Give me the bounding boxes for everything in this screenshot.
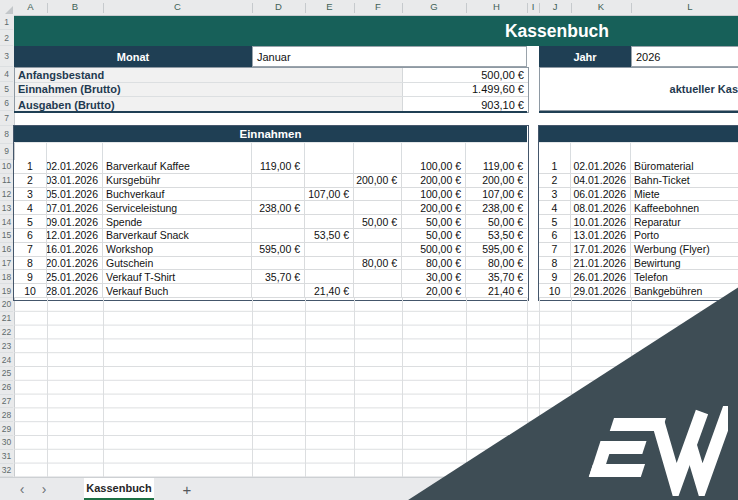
cell-vat7[interactable]: [305, 201, 354, 214]
row-number-12[interactable]: 12: [0, 188, 13, 202]
cell-nr[interactable]: 8: [14, 257, 47, 270]
cell-datum[interactable]: 02.01.2026: [571, 160, 631, 173]
row-number-30[interactable]: 30: [0, 436, 13, 450]
cell-brutto[interactable]: 50,00 €: [466, 215, 527, 228]
cell-beleg[interactable]: Buchverkauf: [103, 188, 252, 201]
summary-label[interactable]: Ausgaben (Brutto): [15, 97, 403, 112]
current-balance-cell[interactable]: aktueller Kas: [539, 67, 738, 111]
cell-vat19[interactable]: [252, 284, 305, 297]
title-banner-cell[interactable]: Kassenbuch: [14, 16, 738, 46]
column-letter-C[interactable]: C: [174, 1, 181, 12]
header-cell-netto[interactable]: Netto: [402, 143, 466, 160]
cell-brutto[interactable]: 200,00 €: [466, 174, 527, 187]
row-number-3[interactable]: 3: [0, 46, 13, 67]
cell-nr[interactable]: 5: [539, 215, 571, 228]
cell-beleg[interactable]: Spende: [103, 215, 252, 228]
cell-nr[interactable]: 6: [539, 229, 571, 242]
cell-beleg[interactable]: Bewirtung: [631, 257, 738, 270]
column-letter-D[interactable]: D: [275, 1, 282, 12]
column-letter-G[interactable]: G: [430, 1, 437, 12]
cell-netto[interactable]: 100,00 €: [402, 160, 466, 173]
cell-vat19[interactable]: [252, 188, 305, 201]
cell-vat7[interactable]: [305, 270, 354, 283]
cell-datum[interactable]: 10.01.2026: [571, 215, 631, 228]
cell-brutto[interactable]: 238,00 €: [466, 201, 527, 214]
cell-beleg[interactable]: Barverkauf Snack: [103, 229, 252, 242]
cell-nr[interactable]: 6: [14, 229, 47, 242]
cell-datum[interactable]: 08.01.2026: [571, 201, 631, 214]
summary-value[interactable]: 500,00 €: [403, 68, 528, 82]
cell-beleg[interactable]: Verkauf Buch: [103, 284, 252, 297]
cell-vat7[interactable]: 21,40 €: [305, 284, 354, 297]
month-header-cell[interactable]: Monat: [14, 46, 252, 67]
cell-vat19[interactable]: 119,00 €: [252, 160, 305, 173]
income-table-title[interactable]: Einnahmen: [14, 126, 527, 143]
cell-netto[interactable]: 50,00 €: [402, 229, 466, 242]
cell-datum[interactable]: 25.01.2026: [47, 270, 103, 283]
cell-vat0[interactable]: [354, 188, 402, 201]
column-letter-I[interactable]: I: [532, 1, 535, 12]
row-number-13[interactable]: 13: [0, 201, 13, 215]
year-value-cell[interactable]: 2026: [631, 46, 738, 67]
cell-nr[interactable]: 4: [539, 201, 571, 214]
cell-beleg[interactable]: Büromaterial: [631, 160, 738, 173]
cell-datum[interactable]: 06.01.2026: [571, 188, 631, 201]
cell-nr[interactable]: 4: [14, 201, 47, 214]
summary-value[interactable]: 903,10 €: [403, 97, 528, 112]
month-value-cell[interactable]: Januar: [252, 46, 527, 67]
column-letter-K[interactable]: K: [598, 1, 604, 12]
cell-nr[interactable]: 3: [539, 188, 571, 201]
cell-nr[interactable]: 7: [539, 243, 571, 256]
row-number-2[interactable]: 2: [0, 30, 13, 45]
cell-vat0[interactable]: [354, 270, 402, 283]
header-cell-nr[interactable]: Nr.: [539, 143, 571, 160]
cell-datum[interactable]: 29.01.2026: [571, 284, 631, 297]
cell-datum[interactable]: 16.01.2026: [47, 243, 103, 256]
cell-datum[interactable]: 05.01.2026: [47, 188, 103, 201]
cell-beleg[interactable]: Bahn-Ticket: [631, 174, 738, 187]
row-number-8[interactable]: 8: [0, 126, 13, 144]
cell-nr[interactable]: 9: [539, 270, 571, 283]
cell-nr[interactable]: 3: [14, 188, 47, 201]
cell-vat0[interactable]: [354, 160, 402, 173]
add-sheet-button[interactable]: +: [178, 479, 196, 499]
cell-netto[interactable]: 20,00 €: [402, 284, 466, 297]
row-number-26[interactable]: 26: [0, 381, 13, 395]
header-cell-nr[interactable]: Nr.: [14, 143, 47, 160]
cell-brutto[interactable]: 53,50 €: [466, 229, 527, 242]
year-header-cell[interactable]: Jahr: [539, 46, 631, 67]
cell-nr[interactable]: 8: [539, 257, 571, 270]
row-number-11[interactable]: 11: [0, 174, 13, 188]
cell-datum[interactable]: 13.01.2026: [571, 229, 631, 242]
row-number-1[interactable]: 1: [0, 15, 13, 30]
cell-vat0[interactable]: [354, 229, 402, 242]
cell-datum[interactable]: 20.01.2026: [47, 257, 103, 270]
cell-vat19[interactable]: 35,70 €: [252, 270, 305, 283]
summary-label[interactable]: Einnahmen (Brutto): [15, 83, 403, 97]
cell-nr[interactable]: 10: [539, 284, 571, 297]
cell-beleg[interactable]: Porto: [631, 229, 738, 242]
cell-nr[interactable]: 2: [539, 174, 571, 187]
row-number-19[interactable]: 19: [0, 284, 13, 298]
row-number-31[interactable]: 31: [0, 450, 13, 464]
expense-table-title[interactable]: [539, 126, 738, 143]
cell-datum[interactable]: 28.01.2026: [47, 284, 103, 297]
row-number-15[interactable]: 15: [0, 229, 13, 243]
cell-datum[interactable]: 26.01.2026: [571, 270, 631, 283]
column-letter-B[interactable]: B: [72, 1, 78, 12]
header-cell-datum[interactable]: Datum: [571, 143, 631, 160]
row-number-25[interactable]: 25: [0, 367, 13, 381]
cell-beleg[interactable]: Workshop: [103, 243, 252, 256]
cell-vat19[interactable]: [252, 174, 305, 187]
cell-vat19[interactable]: 238,00 €: [252, 201, 305, 214]
cell-netto[interactable]: 500,00 €: [402, 243, 466, 256]
cell-vat7[interactable]: [305, 243, 354, 256]
cell-beleg[interactable]: Kursgebühr: [103, 174, 252, 187]
cell-beleg[interactable]: Verkauf T-Shirt: [103, 270, 252, 283]
cell-beleg[interactable]: Telefon: [631, 270, 738, 283]
cell-beleg[interactable]: Werbung (Flyer): [631, 243, 738, 256]
header-cell-datum[interactable]: Datum: [47, 143, 103, 160]
row-number-4[interactable]: 4: [0, 67, 13, 82]
cell-datum[interactable]: 04.01.2026: [571, 174, 631, 187]
row-number-21[interactable]: 21: [0, 312, 13, 326]
